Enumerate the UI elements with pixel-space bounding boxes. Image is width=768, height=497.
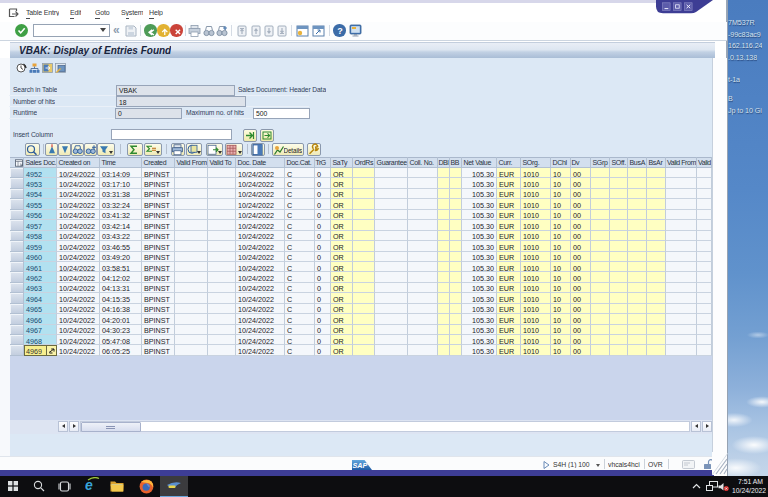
svg-text:SAP: SAP [352, 460, 367, 469]
